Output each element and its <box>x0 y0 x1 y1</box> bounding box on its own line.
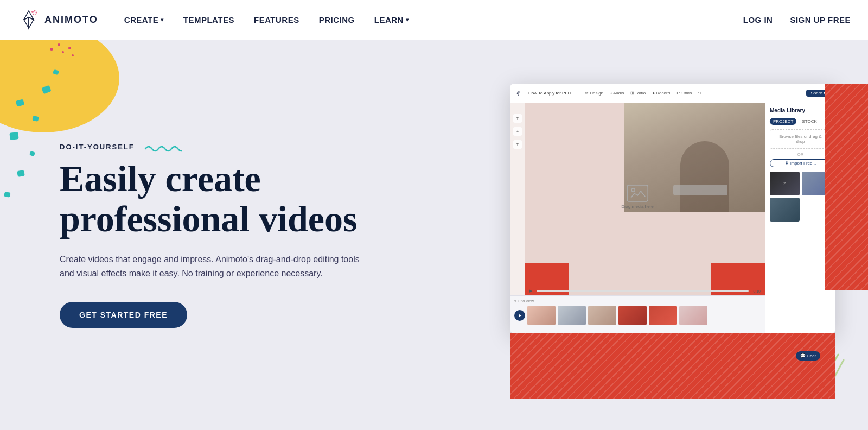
editor-body: T + T <box>510 103 835 333</box>
ratio-button[interactable]: ⊞ Ratio <box>630 91 646 96</box>
red-bottom-decoration <box>510 333 835 399</box>
toolbar-divider <box>578 88 578 98</box>
navbar: ANIMOTO CREATE ▾ TEMPLATES FEATURES PRIC… <box>0 0 868 40</box>
editor-window: How To Apply for PEO ✏ Design ♪ Audio ⊞ … <box>510 84 835 333</box>
undo-button[interactable]: ↩ Undo <box>676 91 692 96</box>
logo[interactable]: ANIMOTO <box>17 9 98 31</box>
media-thumbnails: Z <box>770 172 831 222</box>
svg-marker-9 <box>517 93 519 96</box>
nav-templates[interactable]: TEMPLATES <box>183 15 234 24</box>
media-or-text: OR <box>770 152 831 157</box>
design-button[interactable]: ✏ Design <box>585 91 603 96</box>
editor-main: T + T <box>510 103 765 333</box>
hero-content: DO-IT-YOURSELF Easily create professiona… <box>0 110 374 361</box>
media-panel-title: Media Library <box>770 108 831 113</box>
svg-point-6 <box>33 13 34 14</box>
hero-heading: Easily create professional videos <box>60 159 374 240</box>
toolbar-brand <box>515 90 522 97</box>
hero-eyebrow: DO-IT-YOURSELF <box>60 142 374 152</box>
svg-rect-10 <box>627 185 648 201</box>
media-tabs: PROJECT STOCK FAVORITES <box>770 118 831 125</box>
svg-marker-1 <box>24 17 29 28</box>
wavy-line-icon <box>144 142 182 152</box>
svg-point-4 <box>34 10 36 11</box>
nav-create[interactable]: CREATE ▾ <box>124 15 164 24</box>
nav-right: LOG IN SIGN UP FREE <box>743 15 851 24</box>
toolbar-logo-icon <box>515 90 522 97</box>
cta-button[interactable]: GET STARTED FREE <box>60 302 187 328</box>
svg-point-3 <box>31 11 34 13</box>
timeline-clip-4[interactable] <box>618 306 647 325</box>
svg-point-11 <box>631 188 635 192</box>
canvas-playback: ▶ 0:10 <box>525 289 765 293</box>
editor-mockup-area: How To Apply for PEO ✏ Design ♪ Audio ⊞ … <box>488 62 868 399</box>
chat-button[interactable]: 💬 Chat <box>796 351 820 361</box>
login-link[interactable]: LOG IN <box>743 15 773 24</box>
learn-chevron-icon: ▾ <box>406 17 409 23</box>
hero-subtext: Create videos that engage and impress. A… <box>60 252 374 280</box>
timeline-clip-5[interactable] <box>649 306 677 325</box>
canvas-drag-media: Drag media here <box>621 185 654 209</box>
create-chevron-icon: ▾ <box>161 17 164 23</box>
nav-learn[interactable]: LEARN ▾ <box>374 15 409 24</box>
toolbar-title: How To Apply for PEO <box>528 91 571 96</box>
timeline-clips: ▶ <box>514 306 761 325</box>
editor-canvas: T + T <box>510 103 765 295</box>
timeline-label: ▾ Grid View <box>514 299 761 303</box>
logo-icon <box>17 9 40 31</box>
canvas-content: Drag media here ▶ 0:10 <box>510 103 765 295</box>
nav-features[interactable]: FEATURES <box>254 15 299 24</box>
media-upload-area[interactable]: Browse files or drag & drop <box>770 129 831 149</box>
signup-link[interactable]: SIGN UP FREE <box>790 15 851 24</box>
media-thumb-1[interactable]: Z <box>770 172 800 195</box>
redo-button[interactable]: ↪ <box>698 91 702 96</box>
svg-point-7 <box>35 14 36 15</box>
timeline-clip-3[interactable] <box>588 306 616 325</box>
svg-point-5 <box>36 11 37 13</box>
drag-media-text: Drag media here <box>621 204 654 209</box>
nav-links: CREATE ▾ TEMPLATES FEATURES PRICING LEAR… <box>124 15 743 24</box>
editor-toolbar: How To Apply for PEO ✏ Design ♪ Audio ⊞ … <box>510 84 835 103</box>
brand-name: ANIMOTO <box>44 14 98 26</box>
record-button[interactable]: ● Record <box>652 91 670 96</box>
timeline-clip-6[interactable] <box>679 306 707 325</box>
drag-media-icon <box>627 185 648 202</box>
timeline-play-button[interactable]: ▶ <box>514 310 525 321</box>
timeline-clip-2[interactable] <box>558 306 586 325</box>
timeline-clip-1[interactable] <box>527 306 556 325</box>
nav-pricing[interactable]: PRICING <box>319 15 355 24</box>
hero-section: DO-IT-YOURSELF Easily create professiona… <box>0 40 868 430</box>
media-thumb-3[interactable] <box>770 198 800 222</box>
red-right-bar-decoration <box>825 84 868 290</box>
svg-marker-2 <box>29 17 34 28</box>
media-import-button[interactable]: ⬇ Import Free... <box>770 159 831 167</box>
tab-stock[interactable]: STOCK <box>799 118 820 125</box>
audio-button[interactable]: ♪ Audio <box>610 91 624 96</box>
tab-project[interactable]: PROJECT <box>770 118 796 125</box>
editor-timeline: ▾ Grid View ▶ <box>510 295 765 333</box>
